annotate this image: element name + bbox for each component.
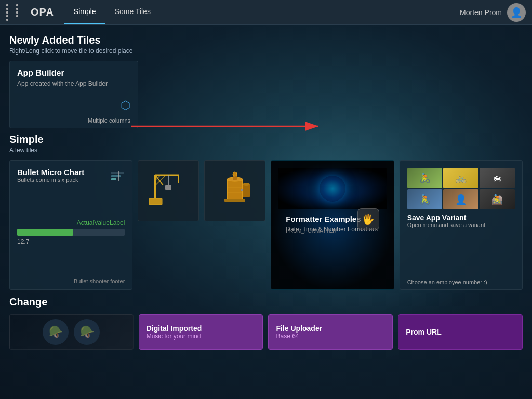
save-variant-title: Save App Variant <box>407 214 515 222</box>
photo-cell-1: 🚴 <box>407 168 443 188</box>
crane-icon <box>148 167 189 215</box>
photo-grid: 🚴 🚲 🏍 🚴 👤 🚵 <box>407 168 515 209</box>
bullet-footer: Bullet shooter footer <box>17 278 125 284</box>
bullet-chart-icon <box>110 168 125 184</box>
formatter-button-icon[interactable]: 🖐 <box>357 208 379 230</box>
bullet-bar <box>17 229 125 236</box>
change-section: Change 🪖 🪖 Digital Imported Music for yo… <box>9 296 523 350</box>
svg-rect-4 <box>111 178 116 180</box>
digital-imported-desc: Music for your mind <box>147 332 256 340</box>
external-link-icon: ⬡ <box>121 99 130 112</box>
save-variant-footer: Choose an employee number :) <box>407 279 487 285</box>
change-tiles-row: 🪖 🪖 Digital Imported Music for your mind… <box>9 314 523 350</box>
app-builder-tile[interactable]: App Builder App created with the App Bui… <box>9 61 138 128</box>
tab-some-tiles[interactable]: Some Tiles <box>105 0 160 24</box>
bullet-value: 12.7 <box>17 238 125 245</box>
content-area: Newly Added Tiles Right/Long click to mo… <box>0 25 532 350</box>
crane-tile[interactable] <box>138 160 199 221</box>
multiple-columns-label: Multiple columns <box>88 117 130 124</box>
svg-rect-19 <box>224 199 245 202</box>
bullet-chart-desc: Bullets come in six pack <box>17 177 84 183</box>
svg-point-21 <box>243 183 250 186</box>
svg-rect-22 <box>241 189 243 191</box>
photo-cell-6: 🚵 <box>480 189 515 209</box>
bullet-bar-fill <box>17 229 73 236</box>
digital-imported-title: Digital Imported <box>147 324 256 332</box>
photo-cell-3: 🏍 <box>480 168 515 188</box>
svg-rect-12 <box>165 185 171 190</box>
app-logo: OPA <box>31 6 54 18</box>
save-variant-desc: Open menu and save a variant <box>407 222 515 228</box>
apps-grid-icon[interactable] <box>6 4 24 21</box>
bullet-chart-title: Bullet Micro Chart <box>17 168 84 177</box>
file-uploader-title: File Uploader <box>276 324 385 332</box>
simple-section: Simple A few tiles Bullet Micro Chart Bu… <box>9 134 523 290</box>
dark-image-tile[interactable]: 🪖 🪖 <box>9 314 134 350</box>
avatar[interactable]: 👤 <box>507 3 526 22</box>
newly-added-title: Newly Added Tiles <box>9 34 523 46</box>
prom-url-tile[interactable]: Prom URL <box>398 314 523 350</box>
user-name: Morten Prom <box>460 8 502 17</box>
svg-rect-15 <box>227 179 243 200</box>
user-info: Morten Prom 👤 <box>460 3 526 22</box>
simple-subtitle: A few tiles <box>9 147 523 154</box>
photo-cell-5: 👤 <box>443 189 478 209</box>
newly-added-tiles-row: App Builder App created with the App Bui… <box>9 61 523 128</box>
file-uploader-tile[interactable]: File Uploader Base 64 <box>268 314 393 350</box>
svg-rect-20 <box>243 184 250 197</box>
app-builder-title: App Builder <box>17 69 130 78</box>
top-navigation: OPA Simple Some Tiles Morten Prom 👤 <box>0 0 532 25</box>
industrial-tiles-column <box>138 160 199 290</box>
simple-tiles-row: Bullet Micro Chart Bullets come in six p… <box>9 160 523 290</box>
actual-value-label: ActualValueLabel <box>17 219 125 227</box>
file-uploader-desc: Base 64 <box>276 332 385 340</box>
tab-simple[interactable]: Simple <box>64 0 105 24</box>
formatter-id: PROM_FORMATTER <box>286 228 336 234</box>
simple-title: Simple <box>9 134 523 145</box>
save-app-variant-tile[interactable]: 🚴 🚲 🏍 🚴 👤 🚵 Save App Variant Open menu a… <box>400 160 523 290</box>
svg-rect-10 <box>149 198 162 205</box>
svg-point-18 <box>233 172 237 176</box>
svg-rect-2 <box>111 172 124 174</box>
svg-rect-3 <box>111 175 121 177</box>
photo-cell-2: 🚲 <box>443 168 478 188</box>
bullet-micro-chart-tile[interactable]: Bullet Micro Chart Bullets come in six p… <box>9 160 132 290</box>
photo-cell-4: 🚴 <box>407 189 443 209</box>
digital-imported-tile[interactable]: Digital Imported Music for your mind <box>139 314 263 350</box>
app-builder-desc: App created with the App Builder <box>17 80 130 87</box>
change-title: Change <box>9 296 523 308</box>
oil-drum-column <box>204 160 265 290</box>
change-header: Change <box>9 296 523 308</box>
simple-header: Simple A few tiles <box>9 134 523 154</box>
formatter-examples-tile[interactable]: Formatter Examples Date, Time & Number F… <box>271 160 394 290</box>
oil-drum-icon <box>214 169 256 212</box>
main-content: Newly Added Tiles Right/Long click to mo… <box>0 25 532 399</box>
newly-added-subtitle: Right/Long click to move tile to desired… <box>9 47 523 55</box>
newly-added-header: Newly Added Tiles Right/Long click to mo… <box>9 34 523 55</box>
prom-url-title: Prom URL <box>406 328 441 336</box>
oil-drum-tile[interactable] <box>204 160 265 221</box>
nav-tabs: Simple Some Tiles <box>64 0 160 24</box>
